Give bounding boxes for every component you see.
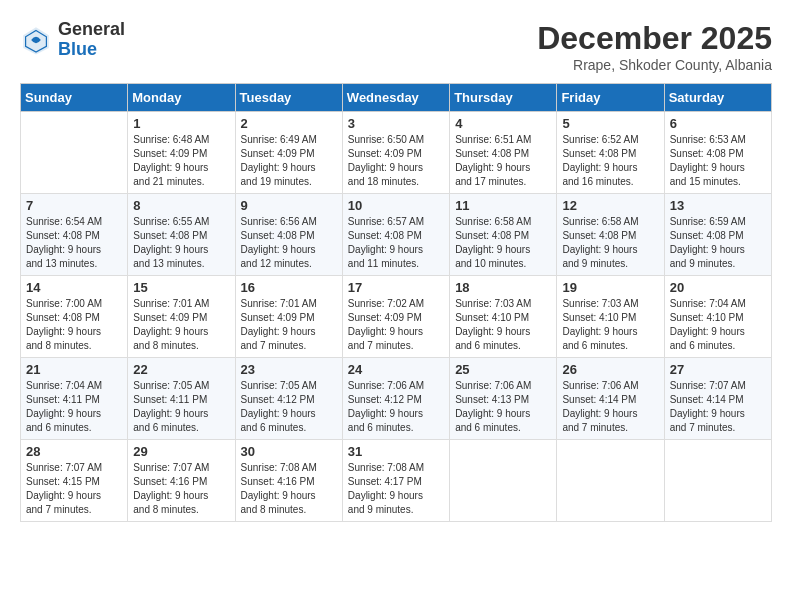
day-number: 15: [133, 280, 229, 295]
calendar-week-row: 14Sunrise: 7:00 AM Sunset: 4:08 PM Dayli…: [21, 276, 772, 358]
day-info: Sunrise: 7:08 AM Sunset: 4:16 PM Dayligh…: [241, 461, 337, 517]
logo-text: General Blue: [58, 20, 125, 60]
calendar-day-cell: 9Sunrise: 6:56 AM Sunset: 4:08 PM Daylig…: [235, 194, 342, 276]
calendar-day-cell: 12Sunrise: 6:58 AM Sunset: 4:08 PM Dayli…: [557, 194, 664, 276]
day-info: Sunrise: 7:08 AM Sunset: 4:17 PM Dayligh…: [348, 461, 444, 517]
day-info: Sunrise: 6:56 AM Sunset: 4:08 PM Dayligh…: [241, 215, 337, 271]
day-info: Sunrise: 7:06 AM Sunset: 4:13 PM Dayligh…: [455, 379, 551, 435]
empty-day-cell: [450, 440, 557, 522]
day-info: Sunrise: 7:04 AM Sunset: 4:10 PM Dayligh…: [670, 297, 766, 353]
day-info: Sunrise: 6:52 AM Sunset: 4:08 PM Dayligh…: [562, 133, 658, 189]
day-number: 9: [241, 198, 337, 213]
location-subtitle: Rrape, Shkoder County, Albania: [537, 57, 772, 73]
calendar-day-cell: 2Sunrise: 6:49 AM Sunset: 4:09 PM Daylig…: [235, 112, 342, 194]
day-number: 8: [133, 198, 229, 213]
day-number: 1: [133, 116, 229, 131]
logo-blue: Blue: [58, 40, 125, 60]
day-info: Sunrise: 7:06 AM Sunset: 4:14 PM Dayligh…: [562, 379, 658, 435]
logo-icon: [20, 24, 52, 56]
calendar-day-cell: 6Sunrise: 6:53 AM Sunset: 4:08 PM Daylig…: [664, 112, 771, 194]
calendar-day-cell: 1Sunrise: 6:48 AM Sunset: 4:09 PM Daylig…: [128, 112, 235, 194]
day-info: Sunrise: 6:50 AM Sunset: 4:09 PM Dayligh…: [348, 133, 444, 189]
day-info: Sunrise: 6:54 AM Sunset: 4:08 PM Dayligh…: [26, 215, 122, 271]
day-number: 3: [348, 116, 444, 131]
weekday-header-monday: Monday: [128, 84, 235, 112]
weekday-header-row: SundayMondayTuesdayWednesdayThursdayFrid…: [21, 84, 772, 112]
calendar-day-cell: 20Sunrise: 7:04 AM Sunset: 4:10 PM Dayli…: [664, 276, 771, 358]
day-number: 28: [26, 444, 122, 459]
calendar-day-cell: 17Sunrise: 7:02 AM Sunset: 4:09 PM Dayli…: [342, 276, 449, 358]
day-number: 27: [670, 362, 766, 377]
day-number: 7: [26, 198, 122, 213]
day-number: 16: [241, 280, 337, 295]
calendar-day-cell: 10Sunrise: 6:57 AM Sunset: 4:08 PM Dayli…: [342, 194, 449, 276]
calendar-week-row: 1Sunrise: 6:48 AM Sunset: 4:09 PM Daylig…: [21, 112, 772, 194]
calendar-day-cell: 7Sunrise: 6:54 AM Sunset: 4:08 PM Daylig…: [21, 194, 128, 276]
day-info: Sunrise: 6:51 AM Sunset: 4:08 PM Dayligh…: [455, 133, 551, 189]
day-info: Sunrise: 6:55 AM Sunset: 4:08 PM Dayligh…: [133, 215, 229, 271]
day-info: Sunrise: 7:05 AM Sunset: 4:11 PM Dayligh…: [133, 379, 229, 435]
month-title: December 2025: [537, 20, 772, 57]
calendar-day-cell: 23Sunrise: 7:05 AM Sunset: 4:12 PM Dayli…: [235, 358, 342, 440]
day-info: Sunrise: 7:06 AM Sunset: 4:12 PM Dayligh…: [348, 379, 444, 435]
day-number: 2: [241, 116, 337, 131]
day-number: 4: [455, 116, 551, 131]
page-header: General Blue December 2025 Rrape, Shkode…: [20, 20, 772, 73]
day-number: 22: [133, 362, 229, 377]
day-info: Sunrise: 6:48 AM Sunset: 4:09 PM Dayligh…: [133, 133, 229, 189]
day-info: Sunrise: 7:03 AM Sunset: 4:10 PM Dayligh…: [455, 297, 551, 353]
day-number: 29: [133, 444, 229, 459]
calendar-day-cell: 27Sunrise: 7:07 AM Sunset: 4:14 PM Dayli…: [664, 358, 771, 440]
calendar-day-cell: 4Sunrise: 6:51 AM Sunset: 4:08 PM Daylig…: [450, 112, 557, 194]
calendar-day-cell: 14Sunrise: 7:00 AM Sunset: 4:08 PM Dayli…: [21, 276, 128, 358]
logo-general: General: [58, 20, 125, 40]
day-info: Sunrise: 7:01 AM Sunset: 4:09 PM Dayligh…: [241, 297, 337, 353]
calendar-day-cell: 13Sunrise: 6:59 AM Sunset: 4:08 PM Dayli…: [664, 194, 771, 276]
day-number: 26: [562, 362, 658, 377]
empty-day-cell: [21, 112, 128, 194]
day-info: Sunrise: 7:07 AM Sunset: 4:14 PM Dayligh…: [670, 379, 766, 435]
day-info: Sunrise: 7:02 AM Sunset: 4:09 PM Dayligh…: [348, 297, 444, 353]
weekday-header-friday: Friday: [557, 84, 664, 112]
calendar-day-cell: 22Sunrise: 7:05 AM Sunset: 4:11 PM Dayli…: [128, 358, 235, 440]
weekday-header-wednesday: Wednesday: [342, 84, 449, 112]
day-number: 24: [348, 362, 444, 377]
calendar-day-cell: 28Sunrise: 7:07 AM Sunset: 4:15 PM Dayli…: [21, 440, 128, 522]
weekday-header-tuesday: Tuesday: [235, 84, 342, 112]
calendar-day-cell: 11Sunrise: 6:58 AM Sunset: 4:08 PM Dayli…: [450, 194, 557, 276]
day-info: Sunrise: 6:53 AM Sunset: 4:08 PM Dayligh…: [670, 133, 766, 189]
day-info: Sunrise: 7:05 AM Sunset: 4:12 PM Dayligh…: [241, 379, 337, 435]
logo: General Blue: [20, 20, 125, 60]
day-info: Sunrise: 7:00 AM Sunset: 4:08 PM Dayligh…: [26, 297, 122, 353]
day-number: 30: [241, 444, 337, 459]
day-info: Sunrise: 7:03 AM Sunset: 4:10 PM Dayligh…: [562, 297, 658, 353]
calendar-week-row: 7Sunrise: 6:54 AM Sunset: 4:08 PM Daylig…: [21, 194, 772, 276]
empty-day-cell: [664, 440, 771, 522]
day-number: 25: [455, 362, 551, 377]
day-number: 12: [562, 198, 658, 213]
calendar-week-row: 28Sunrise: 7:07 AM Sunset: 4:15 PM Dayli…: [21, 440, 772, 522]
day-number: 5: [562, 116, 658, 131]
day-info: Sunrise: 6:59 AM Sunset: 4:08 PM Dayligh…: [670, 215, 766, 271]
day-number: 14: [26, 280, 122, 295]
calendar-week-row: 21Sunrise: 7:04 AM Sunset: 4:11 PM Dayli…: [21, 358, 772, 440]
day-number: 19: [562, 280, 658, 295]
calendar-day-cell: 5Sunrise: 6:52 AM Sunset: 4:08 PM Daylig…: [557, 112, 664, 194]
empty-day-cell: [557, 440, 664, 522]
calendar-day-cell: 21Sunrise: 7:04 AM Sunset: 4:11 PM Dayli…: [21, 358, 128, 440]
calendar-day-cell: 8Sunrise: 6:55 AM Sunset: 4:08 PM Daylig…: [128, 194, 235, 276]
day-info: Sunrise: 7:07 AM Sunset: 4:15 PM Dayligh…: [26, 461, 122, 517]
calendar-day-cell: 31Sunrise: 7:08 AM Sunset: 4:17 PM Dayli…: [342, 440, 449, 522]
calendar-day-cell: 25Sunrise: 7:06 AM Sunset: 4:13 PM Dayli…: [450, 358, 557, 440]
day-info: Sunrise: 7:04 AM Sunset: 4:11 PM Dayligh…: [26, 379, 122, 435]
day-info: Sunrise: 6:49 AM Sunset: 4:09 PM Dayligh…: [241, 133, 337, 189]
weekday-header-sunday: Sunday: [21, 84, 128, 112]
calendar-day-cell: 18Sunrise: 7:03 AM Sunset: 4:10 PM Dayli…: [450, 276, 557, 358]
day-number: 23: [241, 362, 337, 377]
calendar-day-cell: 30Sunrise: 7:08 AM Sunset: 4:16 PM Dayli…: [235, 440, 342, 522]
day-number: 17: [348, 280, 444, 295]
calendar-day-cell: 29Sunrise: 7:07 AM Sunset: 4:16 PM Dayli…: [128, 440, 235, 522]
day-number: 18: [455, 280, 551, 295]
calendar-day-cell: 15Sunrise: 7:01 AM Sunset: 4:09 PM Dayli…: [128, 276, 235, 358]
day-number: 21: [26, 362, 122, 377]
